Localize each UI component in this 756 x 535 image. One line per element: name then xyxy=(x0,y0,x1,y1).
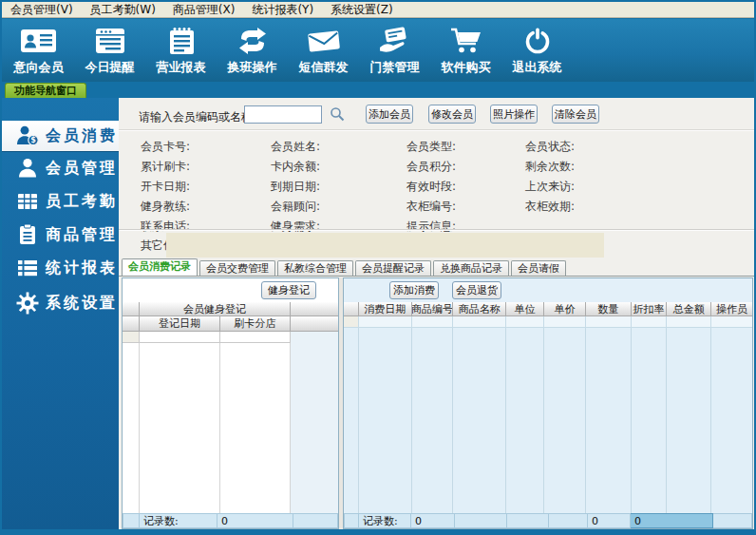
settings-icon xyxy=(15,292,40,315)
column-header-operator: 操作员 xyxy=(711,302,752,316)
field-label-locker-no: 衣柜编号: xyxy=(406,199,456,215)
search-label: 请输入会员编码或名称: xyxy=(139,109,256,125)
checkin-grid-body[interactable] xyxy=(123,343,338,513)
grid-column xyxy=(544,328,586,513)
column-header-register-date: 登记日期 xyxy=(140,316,220,332)
goods-manage-icon xyxy=(15,223,40,246)
record-count-value: 0 xyxy=(217,513,293,528)
toolbar-button-software-purchase[interactable]: 软件购买 xyxy=(430,19,501,82)
menu-item-staff[interactable]: 员工考勤(W) xyxy=(82,1,164,19)
member-return-button[interactable]: 会员退货 xyxy=(452,281,501,299)
field-label-type: 会员类型: xyxy=(406,139,456,155)
column-header xyxy=(291,316,338,332)
field-label-swipe-total: 累计刷卡: xyxy=(141,159,190,175)
tab-reminder-records[interactable]: 会员提醒记录 xyxy=(355,260,431,277)
footer-selector-cell xyxy=(344,513,359,528)
stats-report-icon xyxy=(15,258,40,278)
tab-consume-records[interactable]: 会员消费记录 xyxy=(122,258,198,277)
menu-item-goods[interactable]: 商品管理(X) xyxy=(164,1,244,19)
function-nav-tag[interactable]: 功能导航窗口 xyxy=(5,83,86,98)
field-label-open-date: 开卡日期: xyxy=(141,179,190,195)
grid-cell[interactable] xyxy=(140,332,220,343)
menu-item-settings[interactable]: 系统设置(Z) xyxy=(322,1,402,19)
field-label-remaining-times: 剩余次数: xyxy=(525,159,575,175)
consumption-first-row[interactable] xyxy=(344,316,752,328)
column-header-unit: 单位 xyxy=(506,302,544,316)
member-consume-icon: $ xyxy=(15,124,40,147)
grid-filler xyxy=(291,343,338,513)
main-content: 请输入会员编码或名称: 添加会员 修改会员 照片操作 清除会员 会员卡号: 会员… xyxy=(119,98,754,529)
field-label-advisor: 会籍顾问: xyxy=(271,199,320,215)
consumption-grid-body[interactable] xyxy=(344,328,752,513)
toolbar: 意向会员 今日提醒 营业报表 换班操作 短信群发 xyxy=(2,19,754,82)
grid-cell[interactable] xyxy=(220,332,291,343)
record-count-label: 记录数: xyxy=(359,513,411,528)
sidebar-item-member-manage[interactable]: 会员管理 xyxy=(2,153,119,183)
menu-item-member[interactable]: 会员管理(V) xyxy=(2,1,82,19)
sidebar-item-goods-manage[interactable]: 商品管理 xyxy=(2,220,119,250)
footer-cell xyxy=(549,513,588,528)
field-label-card-no: 会员卡号: xyxy=(141,139,190,155)
sidebar-item-label: 员工考勤 xyxy=(46,192,118,212)
grid-column xyxy=(220,343,291,513)
sidebar-item-label: 商品管理 xyxy=(46,225,118,245)
field-label-status: 会员状态: xyxy=(525,139,575,155)
column-header-unit-price: 单价 xyxy=(544,302,586,316)
toolbar-button-access-control[interactable]: 门禁管理 xyxy=(359,19,430,82)
grid-cell xyxy=(667,316,711,328)
grid-cell xyxy=(586,316,632,328)
sidebar-item-label: 系统设置 xyxy=(46,294,118,314)
member-search-input[interactable] xyxy=(244,105,322,124)
toolbar-button-business-report[interactable]: 营业报表 xyxy=(145,19,217,82)
toolbar-button-sms-broadcast[interactable]: 短信群发 xyxy=(288,19,359,82)
toolbar-button-intent-members[interactable]: 意向会员 xyxy=(3,19,74,82)
toolbar-label: 营业报表 xyxy=(157,59,206,76)
shift-swap-icon xyxy=(235,25,271,57)
add-consumption-button[interactable]: 添加消费 xyxy=(389,281,439,299)
search-icon[interactable] xyxy=(330,106,345,122)
toolbar-label: 软件购买 xyxy=(442,59,491,76)
menu-item-report[interactable]: 统计报表(Y) xyxy=(243,1,322,19)
footer-selector-cell xyxy=(123,513,140,528)
tab-member-leave[interactable]: 会员请假 xyxy=(511,260,566,277)
tab-private-coach[interactable]: 私教综合管理 xyxy=(277,260,353,277)
sidebar-item-attendance[interactable]: 员工考勤 xyxy=(2,186,119,217)
nav-strip: 功能导航窗口 xyxy=(2,82,754,98)
row-selector-cell[interactable] xyxy=(123,332,140,343)
fitness-register-button[interactable]: 健身登记 xyxy=(261,281,316,299)
other-info-textarea[interactable] xyxy=(166,233,604,258)
field-label-valid-period: 有效时段: xyxy=(406,179,456,195)
access-control-icon xyxy=(377,25,413,57)
toolbar-button-today-reminder[interactable]: 今日提醒 xyxy=(74,19,145,82)
id-card-icon xyxy=(20,25,58,57)
field-label-name: 会员姓名: xyxy=(271,139,320,155)
photo-operation-button[interactable]: 照片操作 xyxy=(490,105,538,124)
toolbar-button-shift-swap[interactable]: 换班操作 xyxy=(217,19,288,82)
app-window: 会员管理(V) 员工考勤(W) 商品管理(X) 统计报表(Y) 系统设置(Z) … xyxy=(0,0,756,535)
menu-bar: 会员管理(V) 员工考勤(W) 商品管理(X) 统计报表(Y) 系统设置(Z) xyxy=(2,2,754,18)
grid-cell xyxy=(359,316,412,328)
grid-column xyxy=(359,328,412,513)
sidebar-item-member-consume[interactable]: $ 会员消费 xyxy=(2,121,119,151)
tab-payment-manage[interactable]: 会员交费管理 xyxy=(199,260,275,277)
clear-member-button[interactable]: 清除会员 xyxy=(552,105,599,124)
edit-member-button[interactable]: 修改会员 xyxy=(428,105,476,124)
column-header-product-code: 商品编号 xyxy=(412,302,454,316)
field-label-coach: 健身教练: xyxy=(141,199,190,215)
row-selector-cell[interactable] xyxy=(344,316,359,328)
sidebar-item-settings[interactable]: 系统设置 xyxy=(2,288,119,318)
add-member-button[interactable]: 添加会员 xyxy=(366,105,413,124)
grid-cell xyxy=(506,316,544,328)
row-selector-header xyxy=(344,302,359,316)
toolbar-button-exit-system[interactable]: 退出系统 xyxy=(501,19,573,82)
column-header-product-name: 商品名称 xyxy=(453,302,506,316)
tab-exchange-records[interactable]: 兑换商品记录 xyxy=(433,260,509,277)
sidebar-item-stats-report[interactable]: 统计报表 xyxy=(2,253,119,283)
footer-filler xyxy=(293,513,338,528)
total-amount-value-selected[interactable]: 0 xyxy=(631,513,713,528)
field-label-points: 会员积分: xyxy=(406,159,456,175)
tab-strip: 会员消费记录 会员交费管理 私教综合管理 会员提醒记录 兑换商品记录 会员请假 xyxy=(122,258,568,277)
power-icon xyxy=(522,25,553,57)
footer-filler xyxy=(713,513,752,528)
field-label-balance: 卡内余额: xyxy=(271,159,320,175)
